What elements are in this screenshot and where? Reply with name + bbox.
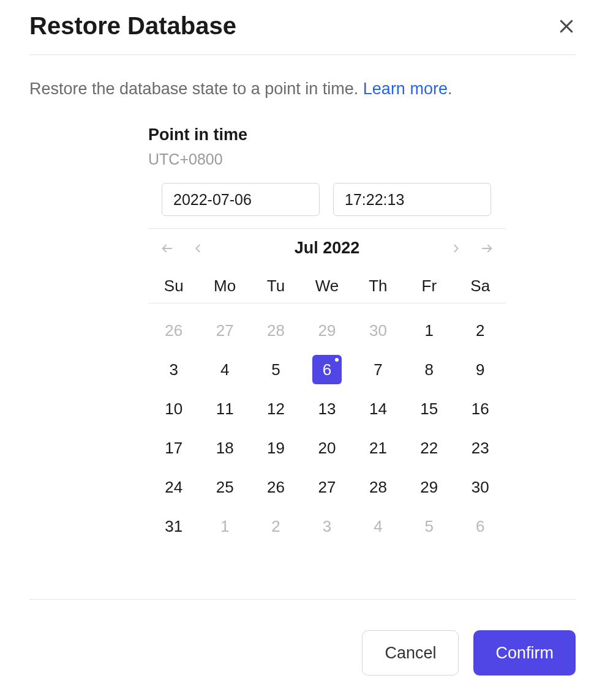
calendar-day[interactable]: 1: [199, 507, 250, 546]
calendar-day[interactable]: 6: [455, 507, 506, 546]
calendar-day[interactable]: 4: [353, 507, 404, 546]
calendar-week-row: 31123456: [148, 507, 506, 546]
calendar-day[interactable]: 1: [404, 311, 454, 350]
calendar-day[interactable]: 28: [250, 311, 301, 350]
calendar-day[interactable]: 5: [404, 507, 454, 546]
calendar-month-label: Jul 2022: [295, 239, 360, 258]
prev-year-button[interactable]: [160, 242, 174, 255]
timezone-label: UTC+0800: [148, 151, 506, 168]
description-period: .: [448, 80, 453, 98]
datetime-inputs: [148, 183, 506, 216]
calendar-day[interactable]: 8: [404, 350, 454, 389]
calendar-day[interactable]: 15: [404, 389, 454, 428]
calendar-day[interactable]: 12: [250, 389, 301, 428]
calendar-week-row: 17181920212223: [148, 428, 506, 467]
point-in-time-section: Point in time UTC+0800: [148, 125, 506, 546]
description-prefix: Restore the database state to a point in…: [29, 80, 363, 98]
prev-month-button[interactable]: [191, 242, 205, 255]
calendar-day[interactable]: 30: [455, 467, 506, 507]
calendar-day[interactable]: 18: [199, 428, 250, 467]
calendar-day[interactable]: 25: [199, 467, 250, 507]
confirm-button[interactable]: Confirm: [473, 630, 576, 676]
calendar-day[interactable]: 16: [455, 389, 506, 428]
calendar: Jul 2022 SuMoTuWeT: [148, 228, 506, 546]
calendar-day[interactable]: 5: [250, 350, 301, 389]
calendar-day[interactable]: 27: [301, 467, 352, 507]
calendar-day[interactable]: 27: [199, 311, 250, 350]
calendar-week-row: 262728293012: [148, 311, 506, 350]
calendar-day[interactable]: 13: [301, 389, 352, 428]
calendar-day[interactable]: 9: [455, 350, 506, 389]
calendar-day[interactable]: 26: [250, 467, 301, 507]
close-button[interactable]: [557, 17, 576, 35]
cancel-button[interactable]: Cancel: [362, 630, 459, 676]
calendar-day[interactable]: 29: [404, 467, 454, 507]
calendar-day[interactable]: 14: [353, 389, 404, 428]
calendar-weekday-row: SuMoTuWeThFrSa: [148, 269, 506, 303]
calendar-day[interactable]: 29: [301, 311, 352, 350]
calendar-day[interactable]: 21: [353, 428, 404, 467]
learn-more-link[interactable]: Learn more: [363, 80, 448, 98]
calendar-weekday: Su: [148, 269, 199, 303]
arrow-right-icon: [480, 242, 494, 255]
chevron-right-icon: [449, 242, 463, 255]
calendar-day[interactable]: 30: [353, 311, 404, 350]
calendar-day[interactable]: 19: [250, 428, 301, 467]
next-year-button[interactable]: [480, 242, 494, 255]
nav-arrows-right: [449, 242, 494, 255]
calendar-body: 2627282930123456789101112131415161718192…: [148, 311, 506, 546]
calendar-weekday: Tu: [250, 269, 301, 303]
nav-arrows-left: [160, 242, 205, 255]
date-input[interactable]: [162, 183, 320, 216]
dialog-title: Restore Database: [29, 12, 236, 40]
calendar-day[interactable]: 7: [353, 350, 404, 389]
calendar-day[interactable]: 2: [250, 507, 301, 546]
calendar-day[interactable]: 31: [148, 507, 199, 546]
calendar-week-row: 10111213141516: [148, 389, 506, 428]
calendar-day[interactable]: 28: [353, 467, 404, 507]
calendar-day[interactable]: 22: [404, 428, 454, 467]
calendar-grid: SuMoTuWeThFrSa 2627282930123456789101112…: [148, 269, 506, 546]
calendar-weekday: Mo: [199, 269, 250, 303]
chevron-left-icon: [191, 242, 205, 255]
calendar-day[interactable]: 24: [148, 467, 199, 507]
calendar-day[interactable]: 3: [148, 350, 199, 389]
calendar-weekday: Th: [353, 269, 404, 303]
time-input[interactable]: [333, 183, 491, 216]
calendar-day[interactable]: 20: [301, 428, 352, 467]
section-title: Point in time: [148, 125, 506, 144]
arrow-left-icon: [160, 242, 174, 255]
calendar-day[interactable]: 17: [148, 428, 199, 467]
calendar-week-row: 3456789: [148, 350, 506, 389]
calendar-day[interactable]: 23: [455, 428, 506, 467]
calendar-day[interactable]: 2: [455, 311, 506, 350]
calendar-weekday: We: [301, 269, 352, 303]
dialog-footer: Cancel Confirm: [29, 599, 576, 676]
calendar-week-row: 24252627282930: [148, 467, 506, 507]
calendar-day[interactable]: 4: [199, 350, 250, 389]
calendar-day[interactable]: 6: [301, 350, 352, 389]
next-month-button[interactable]: [449, 242, 463, 255]
dialog-body: Restore the database state to a point in…: [29, 55, 576, 599]
calendar-day[interactable]: 11: [199, 389, 250, 428]
calendar-day[interactable]: 10: [148, 389, 199, 428]
calendar-day[interactable]: 3: [301, 507, 352, 546]
dialog-header: Restore Database: [29, 12, 576, 55]
close-icon: [557, 17, 576, 35]
calendar-nav: Jul 2022: [148, 234, 506, 262]
calendar-day[interactable]: 26: [148, 311, 199, 350]
description-text: Restore the database state to a point in…: [29, 80, 576, 99]
calendar-weekday: Sa: [455, 269, 506, 303]
calendar-weekday: Fr: [404, 269, 454, 303]
